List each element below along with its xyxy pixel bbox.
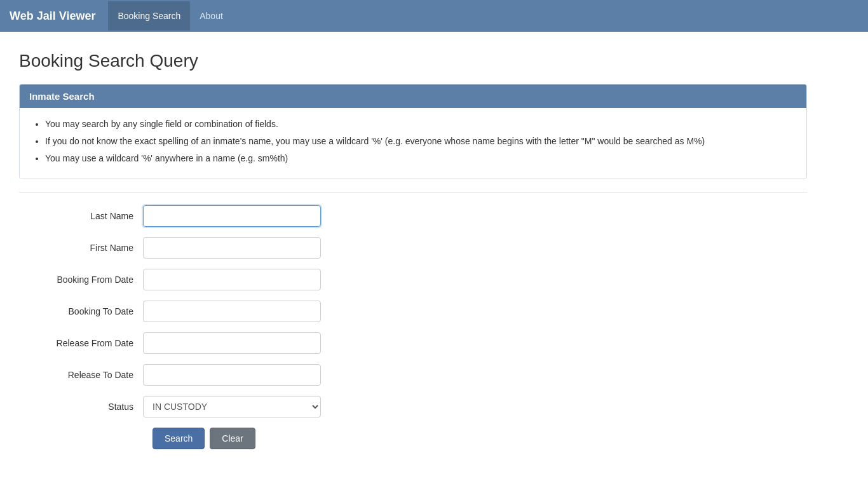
first-name-input[interactable] (143, 237, 321, 259)
booking-from-date-label: Booking From Date (29, 274, 143, 285)
instruction-2: If you do not know the exact spelling of… (45, 135, 794, 148)
navbar-brand[interactable]: Web Jail Viewer (10, 10, 95, 23)
nav-link-booking-search[interactable]: Booking Search (108, 1, 190, 30)
last-name-group: Last Name (29, 205, 807, 227)
search-button[interactable]: Search (153, 428, 205, 449)
status-select[interactable]: IN CUSTODY RELEASED ALL (143, 396, 321, 417)
last-name-label: Last Name (29, 211, 143, 221)
status-group: Status IN CUSTODY RELEASED ALL (29, 396, 807, 417)
nav-item-booking-search[interactable]: Booking Search (108, 1, 190, 30)
release-from-date-group: Release From Date (29, 332, 807, 354)
instruction-3: You may use a wildcard '%' anywhere in a… (45, 152, 794, 165)
first-name-group: First Name (29, 237, 807, 259)
first-name-label: First Name (29, 243, 143, 253)
release-from-date-label: Release From Date (29, 338, 143, 348)
booking-to-date-label: Booking To Date (29, 306, 143, 316)
release-to-date-input[interactable] (143, 364, 321, 386)
nav-link-about[interactable]: About (190, 1, 233, 30)
status-label: Status (29, 402, 143, 412)
instruction-1: You may search by any single field or co… (45, 118, 794, 131)
booking-from-date-input[interactable] (143, 269, 321, 290)
divider (19, 192, 807, 193)
panel-body: You may search by any single field or co… (20, 108, 806, 179)
nav-item-about[interactable]: About (190, 1, 233, 30)
booking-to-date-group: Booking To Date (29, 301, 807, 322)
page-title: Booking Search Query (19, 51, 807, 71)
inmate-search-panel: Inmate Search You may search by any sing… (19, 84, 807, 179)
instructions-list: You may search by any single field or co… (32, 118, 794, 165)
navbar: Web Jail Viewer Booking Search About (0, 0, 868, 32)
main-content: Booking Search Query Inmate Search You m… (0, 32, 826, 468)
search-form: Last Name First Name Booking From Date B… (19, 205, 807, 449)
button-group: Search Clear (29, 428, 807, 449)
booking-from-date-group: Booking From Date (29, 269, 807, 290)
nav-links: Booking Search About (108, 1, 232, 30)
release-from-date-input[interactable] (143, 332, 321, 354)
booking-to-date-input[interactable] (143, 301, 321, 322)
release-to-date-label: Release To Date (29, 370, 143, 380)
clear-button[interactable]: Clear (210, 428, 255, 449)
last-name-input[interactable] (143, 205, 321, 227)
panel-heading: Inmate Search (20, 85, 806, 108)
release-to-date-group: Release To Date (29, 364, 807, 386)
